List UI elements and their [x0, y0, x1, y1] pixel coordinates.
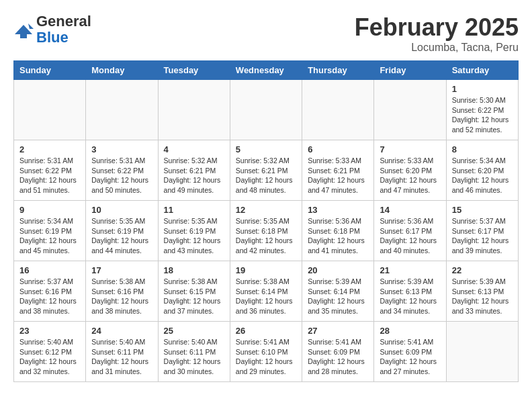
day-number: 16 [19, 265, 80, 275]
calendar-cell: 11Sunrise: 5:35 AM Sunset: 6:19 PM Dayli… [158, 201, 230, 261]
calendar-cell: 16Sunrise: 5:37 AM Sunset: 6:16 PM Dayli… [14, 261, 86, 322]
day-info: Sunrise: 5:37 AM Sunset: 6:17 PM Dayligh… [452, 216, 513, 256]
day-info: Sunrise: 5:32 AM Sunset: 6:21 PM Dayligh… [164, 156, 224, 195]
day-header-wednesday: Wednesday [230, 61, 302, 80]
day-info: Sunrise: 5:38 AM Sunset: 6:14 PM Dayligh… [236, 277, 296, 316]
day-header-sunday: Sunday [14, 61, 86, 80]
day-number: 25 [164, 326, 224, 336]
day-info: Sunrise: 5:39 AM Sunset: 6:13 PM Dayligh… [380, 277, 440, 316]
day-info: Sunrise: 5:36 AM Sunset: 6:17 PM Dayligh… [380, 216, 440, 256]
day-header-friday: Friday [374, 61, 446, 80]
day-number: 9 [19, 205, 80, 215]
page-header: General Blue February 2025 Locumba, Tacn… [13, 13, 519, 54]
calendar-week-3: 9Sunrise: 5:34 AM Sunset: 6:19 PM Daylig… [14, 201, 519, 261]
calendar-cell [14, 80, 86, 140]
calendar-cell: 9Sunrise: 5:34 AM Sunset: 6:19 PM Daylig… [14, 201, 86, 261]
calendar-cell: 15Sunrise: 5:37 AM Sunset: 6:17 PM Dayli… [446, 201, 518, 261]
day-info: Sunrise: 5:35 AM Sunset: 6:19 PM Dayligh… [164, 216, 224, 256]
day-number: 24 [91, 326, 152, 336]
calendar-cell: 4Sunrise: 5:32 AM Sunset: 6:21 PM Daylig… [158, 140, 230, 201]
day-headers-row: SundayMondayTuesdayWednesdayThursdayFrid… [14, 61, 519, 80]
calendar-cell: 13Sunrise: 5:36 AM Sunset: 6:18 PM Dayli… [302, 201, 374, 261]
calendar-cell: 7Sunrise: 5:33 AM Sunset: 6:20 PM Daylig… [374, 140, 446, 201]
day-info: Sunrise: 5:40 AM Sunset: 6:12 PM Dayligh… [19, 337, 80, 377]
day-info: Sunrise: 5:35 AM Sunset: 6:19 PM Dayligh… [91, 216, 152, 256]
calendar-cell: 23Sunrise: 5:40 AM Sunset: 6:12 PM Dayli… [14, 322, 86, 382]
calendar-cell: 8Sunrise: 5:34 AM Sunset: 6:20 PM Daylig… [446, 140, 518, 201]
day-number: 26 [236, 326, 296, 336]
calendar-cell: 20Sunrise: 5:39 AM Sunset: 6:14 PM Dayli… [302, 261, 374, 322]
day-number: 4 [164, 144, 224, 154]
calendar-week-2: 2Sunrise: 5:31 AM Sunset: 6:22 PM Daylig… [14, 140, 519, 201]
logo: General Blue [13, 13, 91, 46]
day-header-thursday: Thursday [302, 61, 374, 80]
calendar-cell: 5Sunrise: 5:32 AM Sunset: 6:21 PM Daylig… [230, 140, 302, 201]
calendar-cell: 26Sunrise: 5:41 AM Sunset: 6:10 PM Dayli… [230, 322, 302, 382]
day-info: Sunrise: 5:41 AM Sunset: 6:10 PM Dayligh… [236, 337, 296, 377]
calendar-cell: 10Sunrise: 5:35 AM Sunset: 6:19 PM Dayli… [86, 201, 158, 261]
day-number: 13 [308, 205, 368, 215]
calendar-cell: 17Sunrise: 5:38 AM Sunset: 6:16 PM Dayli… [86, 261, 158, 322]
day-info: Sunrise: 5:36 AM Sunset: 6:18 PM Dayligh… [308, 216, 368, 256]
day-info: Sunrise: 5:34 AM Sunset: 6:19 PM Dayligh… [19, 216, 80, 256]
day-info: Sunrise: 5:35 AM Sunset: 6:18 PM Dayligh… [236, 216, 296, 256]
day-info: Sunrise: 5:38 AM Sunset: 6:16 PM Dayligh… [91, 277, 152, 316]
logo-blue: Blue [36, 29, 69, 46]
day-info: Sunrise: 5:31 AM Sunset: 6:22 PM Dayligh… [91, 156, 152, 195]
day-info: Sunrise: 5:30 AM Sunset: 6:22 PM Dayligh… [452, 95, 513, 135]
logo-general: General [36, 13, 91, 30]
day-info: Sunrise: 5:40 AM Sunset: 6:11 PM Dayligh… [164, 337, 224, 377]
day-info: Sunrise: 5:39 AM Sunset: 6:14 PM Dayligh… [308, 277, 368, 316]
day-number: 20 [308, 265, 368, 275]
calendar-week-4: 16Sunrise: 5:37 AM Sunset: 6:16 PM Dayli… [14, 261, 519, 322]
calendar-cell: 24Sunrise: 5:40 AM Sunset: 6:11 PM Dayli… [86, 322, 158, 382]
day-number: 17 [91, 265, 152, 275]
calendar-cell: 27Sunrise: 5:41 AM Sunset: 6:09 PM Dayli… [302, 322, 374, 382]
day-number: 28 [380, 326, 440, 336]
day-number: 23 [19, 326, 80, 336]
day-header-tuesday: Tuesday [158, 61, 230, 80]
day-number: 1 [452, 84, 513, 94]
calendar-cell: 14Sunrise: 5:36 AM Sunset: 6:17 PM Dayli… [374, 201, 446, 261]
day-number: 5 [236, 144, 296, 154]
calendar-cell: 1Sunrise: 5:30 AM Sunset: 6:22 PM Daylig… [446, 80, 518, 140]
day-info: Sunrise: 5:38 AM Sunset: 6:15 PM Dayligh… [164, 277, 224, 316]
logo-icon [13, 19, 34, 40]
location-subtitle: Locumba, Tacna, Peru [355, 42, 519, 54]
calendar-week-1: 1Sunrise: 5:30 AM Sunset: 6:22 PM Daylig… [14, 80, 519, 140]
day-info: Sunrise: 5:41 AM Sunset: 6:09 PM Dayligh… [308, 337, 368, 377]
day-number: 19 [236, 265, 296, 275]
day-number: 3 [91, 144, 152, 154]
calendar-cell [374, 80, 446, 140]
day-number: 14 [380, 205, 440, 215]
calendar-cell [446, 322, 518, 382]
day-info: Sunrise: 5:37 AM Sunset: 6:16 PM Dayligh… [19, 277, 80, 316]
day-info: Sunrise: 5:40 AM Sunset: 6:11 PM Dayligh… [91, 337, 152, 377]
calendar-cell [302, 80, 374, 140]
calendar-table: SundayMondayTuesdayWednesdayThursdayFrid… [13, 60, 519, 382]
calendar-cell: 19Sunrise: 5:38 AM Sunset: 6:14 PM Dayli… [230, 261, 302, 322]
title-block: February 2025 Locumba, Tacna, Peru [355, 13, 519, 54]
day-info: Sunrise: 5:33 AM Sunset: 6:20 PM Dayligh… [380, 156, 440, 195]
calendar-cell: 25Sunrise: 5:40 AM Sunset: 6:11 PM Dayli… [158, 322, 230, 382]
day-number: 6 [308, 144, 368, 154]
calendar-cell: 2Sunrise: 5:31 AM Sunset: 6:22 PM Daylig… [14, 140, 86, 201]
day-info: Sunrise: 5:31 AM Sunset: 6:22 PM Dayligh… [19, 156, 80, 195]
calendar-cell [86, 80, 158, 140]
calendar-cell: 12Sunrise: 5:35 AM Sunset: 6:18 PM Dayli… [230, 201, 302, 261]
day-number: 21 [380, 265, 440, 275]
day-number: 11 [164, 205, 224, 215]
day-number: 15 [452, 205, 513, 215]
calendar-week-5: 23Sunrise: 5:40 AM Sunset: 6:12 PM Dayli… [14, 322, 519, 382]
calendar-cell [230, 80, 302, 140]
day-number: 18 [164, 265, 224, 275]
day-info: Sunrise: 5:39 AM Sunset: 6:13 PM Dayligh… [452, 277, 513, 316]
calendar-cell: 6Sunrise: 5:33 AM Sunset: 6:21 PM Daylig… [302, 140, 374, 201]
calendar-cell: 22Sunrise: 5:39 AM Sunset: 6:13 PM Dayli… [446, 261, 518, 322]
logo-text: General Blue [36, 13, 91, 46]
day-number: 2 [19, 144, 80, 154]
day-number: 7 [380, 144, 440, 154]
calendar-cell: 21Sunrise: 5:39 AM Sunset: 6:13 PM Dayli… [374, 261, 446, 322]
day-number: 8 [452, 144, 513, 154]
day-info: Sunrise: 5:34 AM Sunset: 6:20 PM Dayligh… [452, 156, 513, 195]
